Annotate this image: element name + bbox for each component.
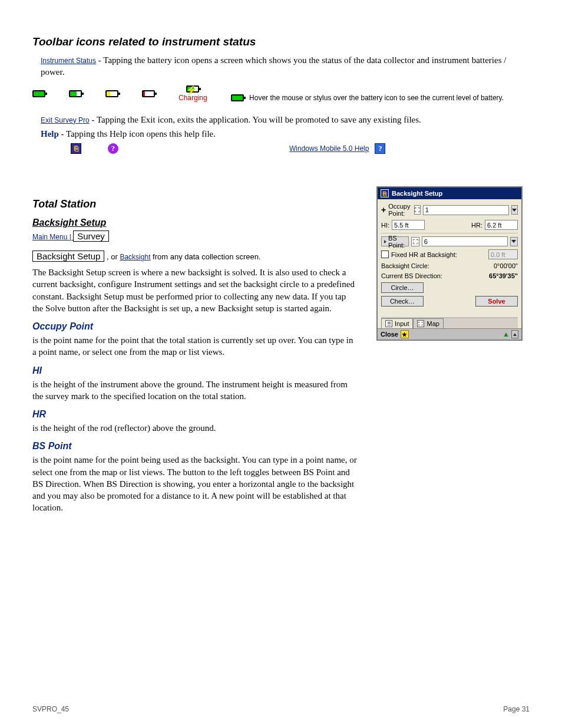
fixed-hr-label: Fixed HR at Backsight: [391, 251, 457, 258]
fixed-hr-input [488, 249, 518, 259]
hi-input[interactable] [392, 220, 425, 230]
warning-icon[interactable]: ▲ [503, 330, 510, 338]
hr-label: HR: [471, 222, 482, 229]
section-toolbar-heading: Toolbar icons related to instrument stat… [32, 35, 530, 48]
footer-left: SVPRO_45 [32, 705, 69, 713]
hr-desc: is the height of the rod (reflector) abo… [32, 422, 359, 434]
exit-survey-desc: - Tapping the Exit icon, exits the appli… [91, 115, 421, 124]
backsight-setup-dialog: ⎘ Backsight Setup + Occupy Point: ⛶ HI: … [376, 186, 523, 341]
instrument-status-link[interactable]: Instrument Status [41, 57, 96, 65]
hr-heading: HR [32, 409, 359, 420]
occupy-point-input[interactable] [423, 205, 509, 215]
bs-point-input[interactable] [422, 236, 508, 246]
help-text: Help - Tapping ths Help icon opens this … [41, 128, 530, 140]
bs-point-dropdown-button[interactable] [510, 237, 518, 246]
hr-input[interactable] [485, 220, 518, 230]
occupy-dropdown-button[interactable] [511, 205, 518, 215]
check-button[interactable]: Check… [381, 296, 424, 307]
bs-point-map-button[interactable]: ⛶ [411, 237, 419, 246]
battery-60-icon [69, 90, 82, 97]
exit-icon[interactable]: ⎘ [71, 143, 81, 154]
battery-10-icon [142, 90, 155, 97]
instrument-status-desc: - Tapping the battery icon opens a scree… [41, 55, 506, 77]
scroll-up-button[interactable] [511, 330, 518, 338]
nav-suffix: from any data collection screen. [153, 252, 261, 261]
current-bs-dir-value: 65°39'35" [477, 272, 518, 279]
footer-right: Page 31 [503, 705, 530, 713]
main-menu-link[interactable]: Main Menu | [32, 233, 73, 241]
dialog-icon: ⎘ [381, 189, 389, 197]
instrument-status-text: Instrument Status - Tapping the battery … [41, 54, 530, 78]
tab-map[interactable]: ⛶ Map [413, 318, 443, 328]
battery-charging-icon: ⚡ [186, 85, 199, 93]
exit-survey-text: Exit Survey Pro - Tapping the Exit icon,… [41, 114, 530, 126]
battery-inline-icon [231, 94, 244, 101]
occupy-point-desc: is the point name for the point that the… [32, 334, 359, 358]
backsight-link[interactable]: Backsight [120, 253, 150, 261]
occupy-point-label: Occupy Point: [388, 203, 411, 217]
fixed-hr-checkbox[interactable] [381, 251, 389, 258]
close-button[interactable]: Close [381, 331, 398, 338]
dialog-title-text: Backsight Setup [392, 190, 442, 197]
tab-input[interactable]: ☰ Input [381, 318, 413, 328]
battery-full-icon [32, 90, 45, 97]
backsight-description: The Backsight Setup screen is where a ne… [32, 266, 359, 314]
dialog-titlebar: ⎘ Backsight Setup [378, 187, 521, 199]
circle-button[interactable]: Circle… [381, 282, 424, 293]
help-purple-icon[interactable]: ? [108, 143, 118, 154]
total-station-heading: Total Station [32, 198, 359, 210]
help-blue-icon[interactable]: ? [375, 143, 385, 154]
solve-button[interactable]: Solve [475, 296, 518, 307]
dialog-statusbar: Close ★ ▲ [378, 328, 521, 340]
help-label: Help [41, 129, 59, 139]
exit-survey-link[interactable]: Exit Survey Pro [41, 116, 90, 124]
bs-point-desc: is the point name for the point being us… [32, 454, 359, 513]
hi-heading: HI [32, 365, 359, 376]
help-desc: - Tapping ths Help icon opens this help … [61, 129, 216, 139]
bs-point-heading: BS Point [32, 441, 359, 452]
backsight-circle-label: Backsight Circle: [381, 262, 429, 269]
hi-label: HI: [381, 222, 389, 229]
battery-30-icon [105, 90, 118, 97]
tab-input-icon: ☰ [385, 320, 392, 327]
plus-icon: + [381, 206, 386, 214]
backsight-circle-value: 0°00'00" [477, 262, 518, 269]
nav-or: , or [107, 252, 120, 261]
occupy-map-button[interactable]: ⛶ [414, 205, 421, 215]
hi-desc: is the height of the instrument above th… [32, 378, 359, 403]
favorite-icon[interactable]: ★ [401, 330, 409, 338]
battery-inline-desc: Hover the mouse or stylus over the batte… [249, 94, 504, 102]
occupy-point-heading: Occupy Point [32, 321, 359, 332]
current-bs-dir-label: Current BS Direction: [381, 272, 442, 279]
bs-point-toggle[interactable]: BS Point: [381, 236, 409, 246]
windows-help-link[interactable]: Windows Mobile 5.0 Help [289, 144, 369, 153]
tab-map-icon: ⛶ [417, 320, 424, 327]
backsight-setup-heading: Backsight Setup [32, 218, 359, 228]
nav-path: Main Menu | Survey Backsight Setup , or … [32, 230, 359, 262]
backsight-setup-button[interactable]: Backsight Setup [32, 251, 104, 262]
survey-button[interactable]: Survey [73, 230, 109, 242]
